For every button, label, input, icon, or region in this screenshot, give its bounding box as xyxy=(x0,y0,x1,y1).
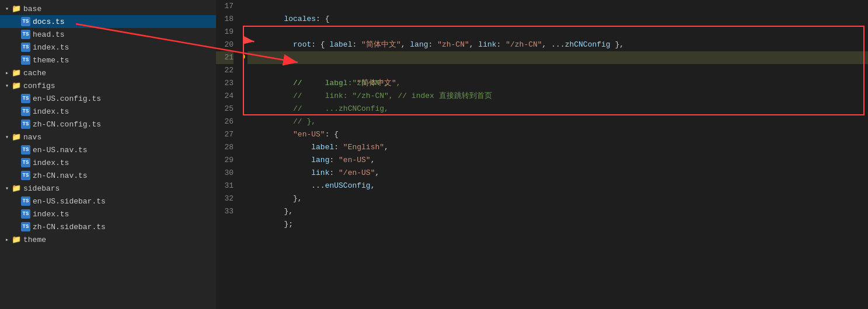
file-label: zh-CN.config.ts xyxy=(33,120,101,129)
code-content: locales: { // 若果配置了root，则双击title的时候不会返回/… xyxy=(243,0,868,309)
code-line-25: // }, xyxy=(247,103,868,115)
ts-icon: TS xyxy=(21,107,30,116)
code-line-21: 💡 // label: "简体中文", xyxy=(247,51,868,64)
file-label: index.ts xyxy=(33,159,69,167)
code-line-32: }, xyxy=(247,192,868,205)
code-line-27: label: "English", xyxy=(247,128,868,141)
folder-configs[interactable]: 📁 configs xyxy=(0,79,216,92)
code-line-17: locales: { xyxy=(247,0,868,13)
file-label: index.ts xyxy=(33,210,69,219)
code-line-30: ...enUSConfig, xyxy=(247,167,868,180)
line-numbers: 17 18 19 20 21 22 23 24 25 26 27 28 29 3… xyxy=(216,0,243,309)
code-editor: 17 18 19 20 21 22 23 24 25 26 27 28 29 3… xyxy=(216,0,868,309)
file-label: en-US.sidebar.ts xyxy=(33,197,106,206)
chevron-icon xyxy=(2,185,12,192)
ts-icon: TS xyxy=(21,94,30,103)
file-label: head.ts xyxy=(33,30,65,39)
folder-navs[interactable]: 📁 navs xyxy=(0,131,216,143)
ts-icon: TS xyxy=(21,145,30,154)
file-label: theme.ts xyxy=(33,56,69,65)
folder-label: theme xyxy=(23,236,46,244)
ts-icon: TS xyxy=(21,55,30,65)
folder-icon: 📁 xyxy=(12,68,21,78)
ts-icon: TS xyxy=(21,222,30,231)
file-index-config[interactable]: TS index.ts xyxy=(0,105,216,118)
code-line-20: // "zh-CN": { xyxy=(247,38,868,51)
code-line-28: lang: "en-US", xyxy=(247,141,868,154)
file-label: en-US.config.ts xyxy=(33,94,101,103)
ts-icon: TS xyxy=(21,209,30,219)
folder-label: cache xyxy=(23,69,46,78)
ts-icon: TS xyxy=(21,120,30,129)
file-index-ts[interactable]: TS index.ts xyxy=(0,41,216,54)
code-line-18: // 若果配置了root，则双击title的时候不会返回/路径下了，只会返回在l… xyxy=(247,13,868,26)
file-label: index.ts xyxy=(33,107,69,116)
code-line-29: link: "/en-US", xyxy=(247,154,868,167)
file-en-us-config[interactable]: TS en-US.config.ts xyxy=(0,92,216,105)
folder-icon: 📁 xyxy=(12,81,21,90)
code-line-22: // lang: "zh-CN", xyxy=(247,64,868,77)
ts-icon: TS xyxy=(21,30,30,39)
folder-label: sidebars xyxy=(23,184,60,193)
folder-icon: 📁 xyxy=(12,132,21,142)
ts-icon: TS xyxy=(21,196,30,206)
code-line-33: }; xyxy=(247,205,868,218)
file-zh-cn-nav[interactable]: TS zh-CN.nav.ts xyxy=(0,169,216,182)
folder-base[interactable]: 📁 base xyxy=(0,2,216,15)
folder-theme[interactable]: 📁 theme xyxy=(0,233,216,246)
file-docs-ts[interactable]: TS docs.ts xyxy=(0,15,216,28)
chevron-icon xyxy=(2,82,12,89)
folder-cache[interactable]: 📁 cache xyxy=(0,66,216,79)
file-label: zh-CN.sidebar.ts xyxy=(33,223,106,231)
file-label: docs.ts xyxy=(33,17,65,26)
ts-icon: TS xyxy=(21,158,30,167)
code-line-26: "en-US": { xyxy=(247,115,868,128)
folder-icon: 📁 xyxy=(12,235,21,244)
file-en-us-nav[interactable]: TS en-US.nav.ts xyxy=(0,143,216,156)
folder-icon: 📁 xyxy=(12,184,21,193)
folder-label: configs xyxy=(23,82,55,90)
folder-label: navs xyxy=(23,133,41,142)
folder-icon: 📁 xyxy=(12,4,21,13)
file-index-sidebar[interactable]: TS index.ts xyxy=(0,208,216,220)
file-label: en-US.nav.ts xyxy=(33,146,88,154)
code-line-24: // ...zhCNConfig, xyxy=(247,90,868,103)
file-head-ts[interactable]: TS head.ts xyxy=(0,28,216,41)
folder-sidebars[interactable]: 📁 sidebars xyxy=(0,182,216,195)
chevron-icon xyxy=(2,236,12,243)
chevron-icon xyxy=(2,134,12,141)
chevron-icon xyxy=(2,69,12,76)
code-line-23: // link: "/zh-CN", // index 直接跳转到首页 xyxy=(247,77,868,90)
file-zh-cn-sidebar[interactable]: TS zh-CN.sidebar.ts xyxy=(0,220,216,233)
code-line-19: root: { label: "简体中文", lang: "zh-CN", li… xyxy=(247,26,868,38)
file-label: zh-CN.nav.ts xyxy=(33,171,88,180)
folder-label: base xyxy=(23,5,41,13)
ts-icon: TS xyxy=(21,17,30,26)
chevron-icon xyxy=(2,5,12,12)
ts-icon: TS xyxy=(21,171,30,180)
file-theme-ts[interactable]: TS theme.ts xyxy=(0,54,216,66)
ts-icon: TS xyxy=(21,43,30,52)
code-line-31: }, xyxy=(247,180,868,192)
file-zh-cn-config[interactable]: TS zh-CN.config.ts xyxy=(0,118,216,131)
file-en-us-sidebar[interactable]: TS en-US.sidebar.ts xyxy=(0,195,216,208)
file-label: index.ts xyxy=(33,43,69,52)
file-index-nav[interactable]: TS index.ts xyxy=(0,156,216,169)
file-tree: 📁 base TS docs.ts TS head.ts TS index.ts… xyxy=(0,0,216,309)
